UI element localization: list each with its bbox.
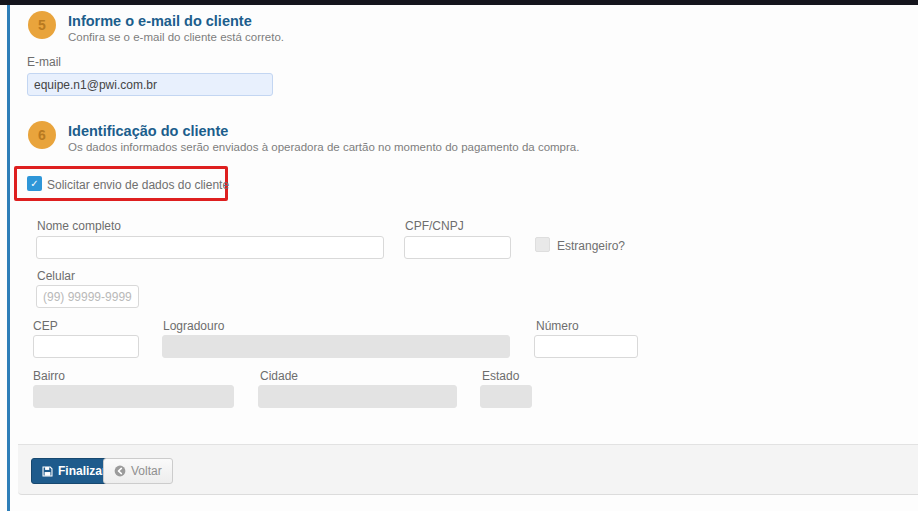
top-dark-bar xyxy=(0,0,918,5)
cep-input[interactable] xyxy=(33,335,139,358)
finalizar-button-label: Finalizar xyxy=(58,464,107,478)
celular-input[interactable] xyxy=(36,285,139,308)
voltar-button-label: Voltar xyxy=(131,464,162,478)
estrangeiro-label: Estrangeiro? xyxy=(557,239,625,253)
nome-completo-label: Nome completo xyxy=(37,219,121,233)
left-accent-rule xyxy=(7,5,10,511)
cidade-input xyxy=(258,385,457,408)
email-label: E-mail xyxy=(27,55,61,69)
checkout-form-page: 5 Informe o e-mail do cliente Confira se… xyxy=(0,0,918,511)
check-icon: ✓ xyxy=(30,178,38,189)
save-icon xyxy=(42,466,53,477)
cpf-cnpj-label: CPF/CNPJ xyxy=(405,219,464,233)
send-client-data-checkbox[interactable]: ✓ xyxy=(27,176,42,191)
bairro-label: Bairro xyxy=(33,369,65,383)
logradouro-label: Logradouro xyxy=(163,319,224,333)
numero-input[interactable] xyxy=(534,335,638,358)
cep-label: CEP xyxy=(33,319,58,333)
email-section-title: Informe o e-mail do cliente xyxy=(68,13,252,29)
arrow-circle-left-icon xyxy=(114,465,126,477)
estado-label: Estado xyxy=(482,369,519,383)
step-6-badge: 6 xyxy=(28,121,56,149)
estado-input xyxy=(480,385,532,408)
celular-label: Celular xyxy=(37,269,75,283)
email-section-subtitle: Confira se o e-mail do cliente está corr… xyxy=(68,31,284,43)
identification-section-subtitle: Os dados informados serão enviados à ope… xyxy=(68,141,579,153)
cidade-label: Cidade xyxy=(260,369,298,383)
estrangeiro-checkbox[interactable] xyxy=(535,237,550,252)
email-input[interactable] xyxy=(27,73,273,96)
cpf-cnpj-input[interactable] xyxy=(404,236,511,259)
bairro-input xyxy=(33,385,234,408)
identification-section-title: Identificação do cliente xyxy=(68,123,228,139)
numero-label: Número xyxy=(536,319,579,333)
voltar-button[interactable]: Voltar xyxy=(103,458,173,484)
nome-completo-input[interactable] xyxy=(36,236,384,259)
step-5-badge: 5 xyxy=(28,11,56,39)
send-client-data-label: Solicitar envio de dados do cliente xyxy=(47,178,229,192)
logradouro-input xyxy=(162,335,510,358)
